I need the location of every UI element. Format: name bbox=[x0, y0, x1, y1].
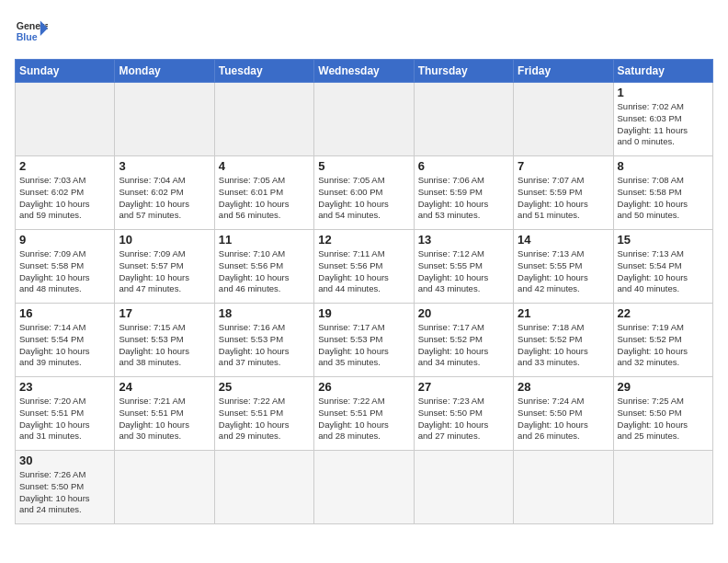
calendar-cell: 20Sunrise: 7:17 AMSunset: 5:52 PMDayligh… bbox=[414, 304, 513, 377]
day-info: Sunrise: 7:23 AMSunset: 5:50 PMDaylight:… bbox=[418, 396, 509, 442]
day-number: 16 bbox=[19, 306, 110, 320]
calendar-cell: 21Sunrise: 7:18 AMSunset: 5:52 PMDayligh… bbox=[514, 304, 613, 377]
weekday-header-wednesday: Wednesday bbox=[314, 60, 414, 83]
day-info: Sunrise: 7:25 AMSunset: 5:50 PMDaylight:… bbox=[618, 396, 709, 442]
day-number: 1 bbox=[618, 86, 709, 99]
day-number: 7 bbox=[518, 159, 609, 173]
weekday-header-saturday: Saturday bbox=[613, 60, 712, 83]
calendar-cell bbox=[115, 83, 214, 156]
calendar-cell bbox=[414, 83, 513, 156]
calendar-cell: 19Sunrise: 7:17 AMSunset: 5:53 PMDayligh… bbox=[314, 304, 414, 377]
day-info: Sunrise: 7:05 AMSunset: 6:00 PMDaylight:… bbox=[318, 175, 409, 222]
day-info: Sunrise: 7:11 AMSunset: 5:56 PMDaylight:… bbox=[318, 248, 409, 295]
day-info: Sunrise: 7:16 AMSunset: 5:53 PMDaylight:… bbox=[219, 322, 310, 369]
day-info: Sunrise: 7:15 AMSunset: 5:53 PMDaylight:… bbox=[119, 322, 210, 369]
weekday-header-thursday: Thursday bbox=[414, 60, 513, 83]
day-number: 19 bbox=[318, 306, 409, 320]
day-info: Sunrise: 7:05 AMSunset: 6:01 PMDaylight:… bbox=[219, 175, 310, 222]
calendar-cell: 22Sunrise: 7:19 AMSunset: 5:52 PMDayligh… bbox=[613, 304, 712, 377]
day-number: 2 bbox=[19, 159, 110, 173]
day-number: 30 bbox=[19, 454, 110, 467]
day-info: Sunrise: 7:07 AMSunset: 5:59 PMDaylight:… bbox=[518, 175, 609, 222]
day-number: 25 bbox=[219, 380, 310, 394]
day-info: Sunrise: 7:19 AMSunset: 5:52 PMDaylight:… bbox=[618, 322, 709, 369]
logo: General Blue bbox=[15, 15, 48, 48]
calendar-cell: 30Sunrise: 7:26 AMSunset: 5:50 PMDayligh… bbox=[16, 451, 115, 524]
calendar-cell: 5Sunrise: 7:05 AMSunset: 6:00 PMDaylight… bbox=[314, 156, 414, 230]
day-info: Sunrise: 7:13 AMSunset: 5:55 PMDaylight:… bbox=[518, 248, 609, 295]
day-info: Sunrise: 7:03 AMSunset: 6:02 PMDaylight:… bbox=[19, 175, 110, 222]
calendar-cell: 6Sunrise: 7:06 AMSunset: 5:59 PMDaylight… bbox=[414, 156, 513, 230]
week-row-1: 2Sunrise: 7:03 AMSunset: 6:02 PMDaylight… bbox=[16, 156, 713, 230]
day-number: 4 bbox=[219, 159, 310, 173]
day-info: Sunrise: 7:02 AMSunset: 6:03 PMDaylight:… bbox=[618, 101, 709, 148]
calendar: SundayMondayTuesdayWednesdayThursdayFrid… bbox=[15, 59, 713, 524]
day-info: Sunrise: 7:13 AMSunset: 5:54 PMDaylight:… bbox=[618, 248, 709, 295]
calendar-cell: 24Sunrise: 7:21 AMSunset: 5:51 PMDayligh… bbox=[115, 377, 214, 451]
day-number: 13 bbox=[418, 233, 509, 247]
day-info: Sunrise: 7:22 AMSunset: 5:51 PMDaylight:… bbox=[318, 396, 409, 442]
day-number: 27 bbox=[418, 380, 509, 394]
week-row-0: 1Sunrise: 7:02 AMSunset: 6:03 PMDaylight… bbox=[16, 83, 713, 156]
day-number: 12 bbox=[318, 233, 409, 247]
calendar-cell bbox=[115, 451, 214, 524]
calendar-cell: 11Sunrise: 7:10 AMSunset: 5:56 PMDayligh… bbox=[214, 230, 313, 304]
day-number: 23 bbox=[19, 380, 110, 394]
calendar-cell bbox=[314, 451, 414, 524]
day-number: 6 bbox=[418, 159, 509, 173]
calendar-cell: 15Sunrise: 7:13 AMSunset: 5:54 PMDayligh… bbox=[613, 230, 712, 304]
day-number: 26 bbox=[318, 380, 409, 394]
day-number: 24 bbox=[119, 380, 210, 394]
calendar-cell bbox=[314, 83, 414, 156]
day-info: Sunrise: 7:17 AMSunset: 5:52 PMDaylight:… bbox=[418, 322, 509, 369]
day-info: Sunrise: 7:17 AMSunset: 5:53 PMDaylight:… bbox=[318, 322, 409, 369]
day-info: Sunrise: 7:09 AMSunset: 5:58 PMDaylight:… bbox=[19, 248, 110, 295]
calendar-cell: 1Sunrise: 7:02 AMSunset: 6:03 PMDaylight… bbox=[613, 83, 712, 156]
calendar-cell: 18Sunrise: 7:16 AMSunset: 5:53 PMDayligh… bbox=[214, 304, 313, 377]
calendar-cell: 13Sunrise: 7:12 AMSunset: 5:55 PMDayligh… bbox=[414, 230, 513, 304]
day-number: 28 bbox=[518, 380, 609, 394]
day-number: 21 bbox=[518, 306, 609, 320]
calendar-cell: 25Sunrise: 7:22 AMSunset: 5:51 PMDayligh… bbox=[214, 377, 313, 451]
day-info: Sunrise: 7:14 AMSunset: 5:54 PMDaylight:… bbox=[19, 322, 110, 369]
day-info: Sunrise: 7:20 AMSunset: 5:51 PMDaylight:… bbox=[19, 396, 110, 442]
day-info: Sunrise: 7:12 AMSunset: 5:55 PMDaylight:… bbox=[418, 248, 509, 295]
day-info: Sunrise: 7:08 AMSunset: 5:58 PMDaylight:… bbox=[618, 175, 709, 222]
calendar-cell: 2Sunrise: 7:03 AMSunset: 6:02 PMDaylight… bbox=[16, 156, 115, 230]
calendar-cell: 28Sunrise: 7:24 AMSunset: 5:50 PMDayligh… bbox=[514, 377, 613, 451]
calendar-cell: 7Sunrise: 7:07 AMSunset: 5:59 PMDaylight… bbox=[514, 156, 613, 230]
day-number: 20 bbox=[418, 306, 509, 320]
day-number: 22 bbox=[618, 306, 709, 320]
week-row-5: 30Sunrise: 7:26 AMSunset: 5:50 PMDayligh… bbox=[16, 451, 713, 524]
weekday-header-sunday: Sunday bbox=[16, 60, 115, 83]
day-info: Sunrise: 7:22 AMSunset: 5:51 PMDaylight:… bbox=[219, 396, 310, 442]
calendar-cell bbox=[514, 83, 613, 156]
day-number: 3 bbox=[119, 159, 210, 173]
day-number: 17 bbox=[119, 306, 210, 320]
day-number: 15 bbox=[618, 233, 709, 247]
day-info: Sunrise: 7:06 AMSunset: 5:59 PMDaylight:… bbox=[418, 175, 509, 222]
day-number: 9 bbox=[19, 233, 110, 247]
week-row-2: 9Sunrise: 7:09 AMSunset: 5:58 PMDaylight… bbox=[16, 230, 713, 304]
logo-icon: General Blue bbox=[15, 15, 48, 48]
calendar-cell: 23Sunrise: 7:20 AMSunset: 5:51 PMDayligh… bbox=[16, 377, 115, 451]
calendar-cell bbox=[16, 83, 115, 156]
weekday-header-friday: Friday bbox=[514, 60, 613, 83]
weekday-header-tuesday: Tuesday bbox=[214, 60, 313, 83]
day-number: 29 bbox=[618, 380, 709, 394]
calendar-cell: 9Sunrise: 7:09 AMSunset: 5:58 PMDaylight… bbox=[16, 230, 115, 304]
day-number: 11 bbox=[219, 233, 310, 247]
svg-text:Blue: Blue bbox=[17, 31, 38, 42]
calendar-cell bbox=[613, 451, 712, 524]
calendar-cell: 3Sunrise: 7:04 AMSunset: 6:02 PMDaylight… bbox=[115, 156, 214, 230]
calendar-cell bbox=[414, 451, 513, 524]
day-info: Sunrise: 7:04 AMSunset: 6:02 PMDaylight:… bbox=[119, 175, 210, 222]
day-info: Sunrise: 7:26 AMSunset: 5:50 PMDaylight:… bbox=[19, 469, 110, 516]
day-info: Sunrise: 7:24 AMSunset: 5:50 PMDaylight:… bbox=[518, 396, 609, 442]
day-info: Sunrise: 7:18 AMSunset: 5:52 PMDaylight:… bbox=[518, 322, 609, 369]
calendar-cell: 27Sunrise: 7:23 AMSunset: 5:50 PMDayligh… bbox=[414, 377, 513, 451]
day-number: 14 bbox=[518, 233, 609, 247]
calendar-cell: 16Sunrise: 7:14 AMSunset: 5:54 PMDayligh… bbox=[16, 304, 115, 377]
calendar-cell bbox=[214, 83, 313, 156]
calendar-cell: 10Sunrise: 7:09 AMSunset: 5:57 PMDayligh… bbox=[115, 230, 214, 304]
